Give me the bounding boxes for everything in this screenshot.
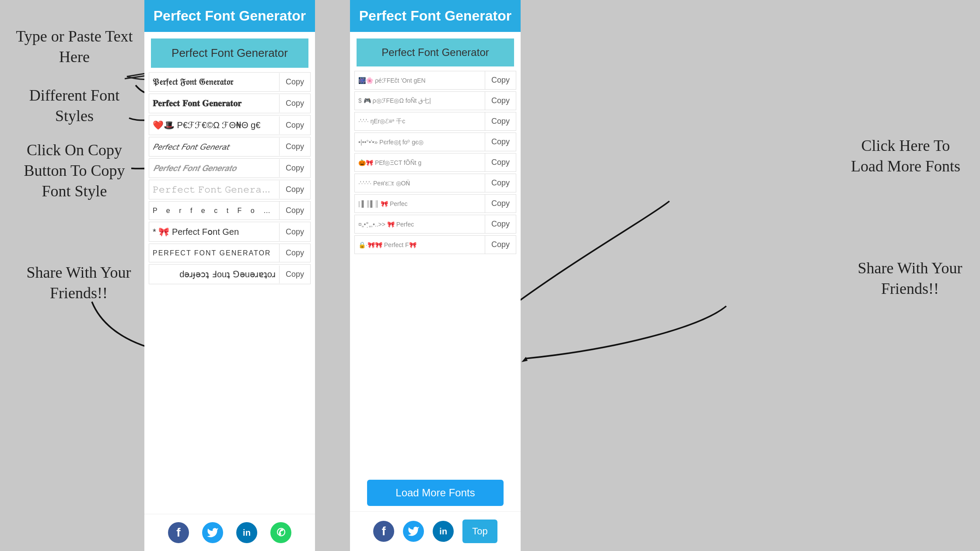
table-row: •|••°•'•» Ρєrfe◎ţ fo⁰ gє◎ Copy [354, 133, 516, 151]
font-text: P e r f e c t F o n t [149, 202, 279, 219]
load-more-button[interactable]: Load More Fonts [367, 480, 504, 506]
table-row: P e r f e c t F o n t Copy [149, 201, 311, 220]
copy-button[interactable]: Copy [485, 236, 516, 254]
copy-button[interactable]: Copy [485, 133, 516, 151]
linkedin-share-button-right[interactable]: in [433, 521, 454, 542]
copy-button[interactable]: Copy [279, 138, 310, 156]
table-row: ∙'∙'∙'∙'∙ Ρея'ε□τ ◎ON̈ Copy [354, 174, 516, 192]
table-row: 🔒·🎀🎀 Perfect F🎀 Copy [354, 235, 516, 254]
table-row: PERFECT FONT GENERATOR Copy [149, 244, 311, 262]
annotation-share-right: Share With Your Friends!! [853, 258, 967, 299]
copy-button[interactable]: Copy [279, 244, 310, 262]
copy-button[interactable]: Copy [279, 181, 310, 199]
font-text: PERFECT FONT GENERATOR [149, 245, 279, 262]
copy-button[interactable]: Copy [279, 202, 310, 220]
font-text: 🎆🌸 ρéℱFEčt 'Ont gEN [355, 73, 485, 88]
right-share-bar: f in Top [350, 511, 521, 551]
top-button[interactable]: Top [462, 520, 497, 543]
annotation-click-copy: Click On Copy Button To Copy Font Style [9, 140, 140, 201]
right-font-list: 🎆🌸 ρéℱFEčt 'Ont gEN Copy $ 🎮 ρ◎ℱFE◎Ω foÑ… [350, 71, 521, 474]
copy-button[interactable]: Copy [485, 153, 516, 171]
font-text: ɹoʇɐɹǝuǝ⅁ ʇuoℲ ʇɔǝɟɹǝd [149, 265, 279, 284]
left-share-bar: f in ✆ [144, 514, 315, 551]
font-text: 🎃🎀 ΡEf◎ΞCT fÕÑt g [355, 155, 485, 171]
table-row: 𝐏𝐞𝐫𝐟𝐞𝐜𝐭 𝐅𝐨𝐧𝐭 𝐆𝐞𝐧𝐞𝐫𝐚𝐭𝐨𝐫 Copy [149, 94, 311, 113]
table-row: ❤️🎩 Ρ€ℱℱ€©Ω ℱΘ₦Θ g€ Copy [149, 115, 311, 135]
left-panel-input[interactable] [151, 38, 308, 68]
table-row: ∙'∙'∙'∙ ŋEr◎ℰ≡ᵃ 千c Copy [354, 112, 516, 131]
font-text: ∙'∙'∙'∙'∙ Ρея'ε□τ ◎ON̈ [355, 175, 485, 191]
font-text: 𝙋𝙚𝙧𝙛𝙚𝙘𝙩 𝙁𝙤𝙣𝙩 𝙂𝙚𝙣𝙚𝙧𝙖𝙩𝙤 [149, 159, 279, 178]
font-text: ∙'∙'∙'∙ ŋEr◎ℰ≡ᵃ 千c [355, 113, 485, 130]
copy-button[interactable]: Copy [485, 195, 516, 213]
copy-button[interactable]: Copy [485, 112, 516, 130]
font-text: 𝘗𝘦𝘳𝘧𝘦𝘤𝘵 𝘍𝘰𝘯𝘵 𝘎𝘦𝘯𝘦𝘳𝘢𝘵 [149, 137, 279, 156]
copy-button[interactable]: Copy [279, 265, 310, 283]
annotation-type-paste: Type or Paste Text Here [13, 26, 136, 67]
copy-button[interactable]: Copy [279, 159, 310, 177]
copy-button[interactable]: Copy [279, 223, 310, 241]
table-row: ¤„•°̣„,•..>> 🎀 Perfec Copy [354, 215, 516, 234]
facebook-share-button[interactable]: f [168, 522, 189, 543]
table-row: $ 🎮 ρ◎ℱFE◎Ω foÑt ق七| Copy [354, 91, 516, 110]
svg-marker-6 [522, 357, 528, 362]
twitter-share-button-right[interactable] [403, 521, 424, 542]
linkedin-share-button[interactable]: in [236, 522, 257, 543]
copy-button[interactable]: Copy [485, 92, 516, 110]
font-text: •|••°•'•» Ρєrfe◎ţ fo⁰ gє◎ [355, 134, 485, 150]
font-text: * 🎀 Perfect Fᴏnt Gen [149, 222, 279, 241]
whatsapp-share-button[interactable]: ✆ [270, 522, 291, 543]
annotation-font-styles: Different Font Styles [13, 85, 136, 126]
right-panel-header: Perfect Font Generator [350, 0, 521, 32]
font-text: ¤„•°̣„,•..>> 🎀 Perfec [355, 216, 485, 232]
left-panel: Perfect Font Generator 𝔓𝔢𝔯𝔣𝔢𝔠𝔱 𝔉𝔬𝔫𝔱 𝔊𝔢𝔫𝔢… [144, 0, 315, 551]
copy-button[interactable]: Copy [485, 215, 516, 233]
right-panel: Perfect Font Generator Perfect Font Gene… [350, 0, 521, 551]
right-panel-input-display: Perfect Font Generator [357, 38, 514, 66]
left-font-list: 𝔓𝔢𝔯𝔣𝔢𝔠𝔱 𝔉𝔬𝔫𝔱 𝔊𝔢𝔫𝔢𝔯𝔞𝔱𝔬𝔯 Copy 𝐏𝐞𝐫𝐟𝐞𝐜𝐭 𝐅𝐨𝐧𝐭… [144, 72, 315, 514]
table-row: 𝘗𝘦𝘳𝘧𝘦𝘤𝘵 𝘍𝘰𝘯𝘵 𝘎𝘦𝘯𝘦𝘳𝘢𝘵 Copy [149, 137, 311, 157]
font-text: 🔒·🎀🎀 Perfect F🎀 [355, 237, 485, 253]
font-text: 𝐏𝐞𝐫𝐟𝐞𝐜𝐭 𝐅𝐨𝐧𝐭 𝐆𝐞𝐧𝐞𝐫𝐚𝐭𝐨𝐫 [149, 94, 279, 113]
table-row: 𝙿𝚎𝚛𝚏𝚎𝚌𝚝 𝙵𝚘𝚗𝚝 𝙶𝚎𝚗𝚎𝚛𝚊𝚝𝚘𝚛 Copy [149, 180, 311, 199]
font-text: | ▌║▌║ 🎀 Perfec [355, 196, 485, 212]
font-text: ❤️🎩 Ρ€ℱℱ€©Ω ℱΘ₦Θ g€ [149, 115, 279, 135]
annotation-share-left: Share With Your Friends!! [18, 262, 140, 303]
copy-button[interactable]: Copy [485, 71, 516, 89]
font-text: $ 🎮 ρ◎ℱFE◎Ω foÑt ق七| [355, 93, 485, 109]
twitter-share-button[interactable] [202, 522, 223, 543]
table-row: 🎆🌸 ρéℱFEčt 'Ont gEN Copy [354, 71, 516, 90]
font-text: 𝔓𝔢𝔯𝔣𝔢𝔠𝔱 𝔉𝔬𝔫𝔱 𝔊𝔢𝔫𝔢𝔯𝔞𝔱𝔬𝔯 [149, 73, 279, 91]
table-row: 𝙋𝙚𝙧𝙛𝙚𝙘𝙩 𝙁𝙤𝙣𝙩 𝙂𝙚𝙣𝙚𝙧𝙖𝙩𝙤 Copy [149, 158, 311, 178]
table-row: ɹoʇɐɹǝuǝ⅁ ʇuoℲ ʇɔǝɟɹǝd Copy [149, 264, 311, 284]
table-row: 🎃🎀 ΡEf◎ΞCT fÕÑt g Copy [354, 153, 516, 172]
table-row: * 🎀 Perfect Fᴏnt Gen Copy [149, 222, 311, 242]
copy-button[interactable]: Copy [485, 174, 516, 192]
left-panel-header: Perfect Font Generator [144, 0, 315, 32]
table-row: 𝔓𝔢𝔯𝔣𝔢𝔠𝔱 𝔉𝔬𝔫𝔱 𝔊𝔢𝔫𝔢𝔯𝔞𝔱𝔬𝔯 Copy [149, 72, 311, 92]
facebook-share-button-right[interactable]: f [373, 521, 394, 542]
copy-button[interactable]: Copy [279, 73, 310, 91]
annotation-load-more: Click Here To Load More Fonts [844, 136, 967, 177]
font-text: 𝙿𝚎𝚛𝚏𝚎𝚌𝚝 𝙵𝚘𝚗𝚝 𝙶𝚎𝚗𝚎𝚛𝚊𝚝𝚘𝚛 [149, 180, 279, 199]
copy-button[interactable]: Copy [279, 94, 310, 112]
table-row: | ▌║▌║ 🎀 Perfec Copy [354, 194, 516, 213]
copy-button[interactable]: Copy [279, 116, 310, 134]
